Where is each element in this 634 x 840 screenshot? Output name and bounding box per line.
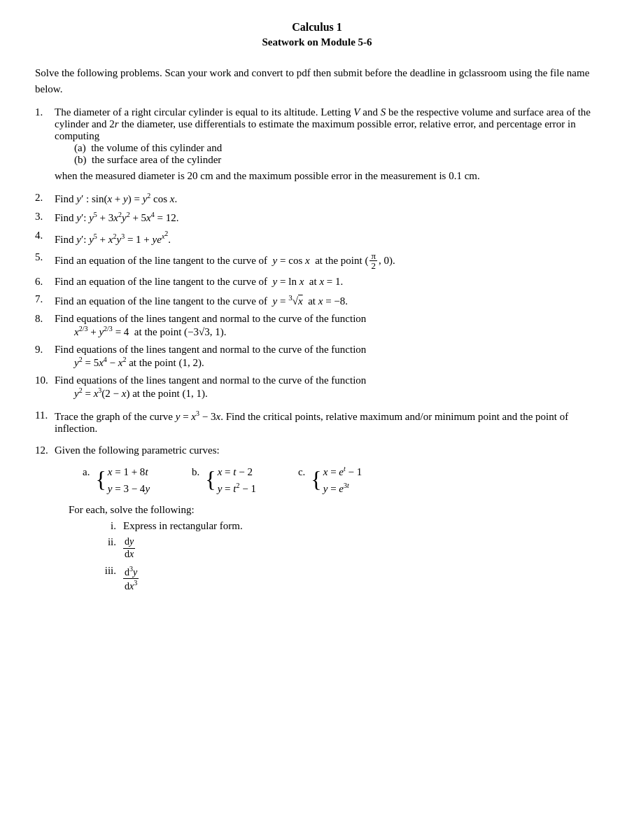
solve-item-i: i. Express in rectangular form. — [97, 520, 599, 532]
page-title: Calculus 1 — [35, 21, 599, 34]
problem-9-content: Find equations of the lines tangent and … — [55, 344, 599, 369]
problem-7: 7. Find an equation of the line tangent … — [35, 293, 599, 307]
param-system-a: x = 1 + 8t y = 3 − 4y — [108, 463, 150, 497]
problem-9-subtext: y2 = 5x4 − x2 at the point (1, 2). — [74, 356, 599, 369]
param-label-b: b. — [192, 466, 199, 478]
problems-container: 1. The diameter of a right circular cyli… — [35, 106, 599, 597]
problem-5-content: Find an equation of the line tangent to … — [55, 251, 599, 270]
problem-10-subtext: y2 = x3(2 − x) at the point (1, 1). — [74, 386, 599, 400]
problem-12-num: 12. — [35, 444, 55, 456]
solve-fraction-d3ydx3: d3y dx3 — [123, 565, 139, 593]
problem-8-content: Find equations of the lines tangent and … — [55, 313, 599, 338]
problem-3: 3. Find y′: y5 + 3x2y2 + 5x4 = 12. — [35, 211, 599, 224]
problem-1-content: The diameter of a right circular cylinde… — [55, 106, 599, 182]
brace-c: { — [311, 468, 321, 491]
param-case-a: a. { x = 1 + 8t y = 3 − 4y — [83, 463, 150, 497]
solve-roman-iii: iii. — [97, 565, 116, 577]
problem-8-num: 8. — [35, 313, 55, 325]
brace-a: { — [95, 468, 106, 491]
problem-2-num: 2. — [35, 192, 55, 204]
problem-5: 5. Find an equation of the line tangent … — [35, 251, 599, 270]
problem-11: 11. Trace the graph of the curve y = x3 … — [35, 410, 599, 435]
solve-item-ii: ii. dy dx — [97, 536, 599, 561]
problem-8: 8. Find equations of the lines tangent a… — [35, 313, 599, 338]
problem-4: 4. Find y′: y5 + x2y3 = 1 + yex2. — [35, 230, 599, 246]
problem-10: 10. Find equations of the lines tangent … — [35, 374, 599, 400]
problem-12-content: Given the following parametric curves: a… — [55, 444, 599, 597]
problem-10-num: 10. — [35, 374, 55, 386]
problem-2: 2. Find y′ : sin(x + y) = y2 cos x. — [35, 192, 599, 205]
param-system-b: x = t − 2 y = t2 − 1 — [218, 463, 256, 497]
solve-item-iii: iii. d3y dx3 — [97, 565, 599, 593]
solve-text-i: Express in rectangular form. — [123, 520, 243, 532]
param-curves-row: a. { x = 1 + 8t y = 3 − 4y b. { — [83, 463, 599, 497]
instructions-text: Solve the following problems. Scan your … — [35, 65, 599, 97]
solve-label: For each, solve the following: — [69, 504, 599, 516]
problem-3-content: Find y′: y5 + 3x2y2 + 5x4 = 12. — [55, 211, 599, 224]
solve-fraction-dydx: dy dx — [123, 536, 135, 561]
solve-roman-i: i. — [97, 520, 116, 532]
param-case-b: b. { x = t − 2 y = t2 − 1 — [192, 463, 256, 497]
problem-12: 12. Given the following parametric curve… — [35, 444, 599, 597]
param-label-c: c. — [298, 466, 305, 478]
problem-7-content: Find an equation of the line tangent to … — [55, 293, 599, 307]
problem-2-content: Find y′ : sin(x + y) = y2 cos x. — [55, 192, 599, 205]
problem-1-posttext: when the measured diameter is 20 cm and … — [55, 170, 599, 182]
param-label-a: a. — [83, 466, 90, 478]
problem-3-num: 3. — [35, 211, 55, 223]
problem-11-content: Trace the graph of the curve y = x3 − 3x… — [55, 410, 599, 435]
problem-4-num: 4. — [35, 230, 55, 241]
problem-1-text: The diameter of a right circular cylinde… — [55, 106, 591, 141]
solve-list: i. Express in rectangular form. ii. dy d… — [97, 520, 599, 593]
problem-9-num: 9. — [35, 344, 55, 356]
page-subtitle: Seatwork on Module 5-6 — [35, 36, 599, 48]
problem-11-num: 11. — [35, 410, 55, 421]
param-system-c: x = et − 1 y = e3t — [323, 463, 362, 497]
param-case-c: c. { x = et − 1 y = e3t — [298, 463, 362, 497]
problem-6-content: Find an equation of the line tangent to … — [55, 276, 599, 288]
problem-6: 6. Find an equation of the line tangent … — [35, 276, 599, 288]
problem-1-part-a: (a) the volume of this cylinder and — [74, 142, 599, 154]
solve-roman-ii: ii. — [97, 536, 116, 548]
brace-b: { — [205, 468, 216, 491]
problem-1: 1. The diameter of a right circular cyli… — [35, 106, 599, 182]
problem-4-content: Find y′: y5 + x2y3 = 1 + yex2. — [55, 230, 599, 246]
problem-8-subtext: x2/3 + y2/3 = 4 at the point (−3√3, 1). — [74, 325, 599, 338]
problem-10-content: Find equations of the lines tangent and … — [55, 374, 599, 400]
problem-9: 9. Find equations of the lines tangent a… — [35, 344, 599, 369]
problem-1-part-b: (b) the surface area of the cylinder — [74, 154, 599, 166]
problem-1-num: 1. — [35, 106, 55, 118]
problem-5-num: 5. — [35, 251, 55, 263]
problem-7-num: 7. — [35, 293, 55, 305]
problem-6-num: 6. — [35, 276, 55, 288]
